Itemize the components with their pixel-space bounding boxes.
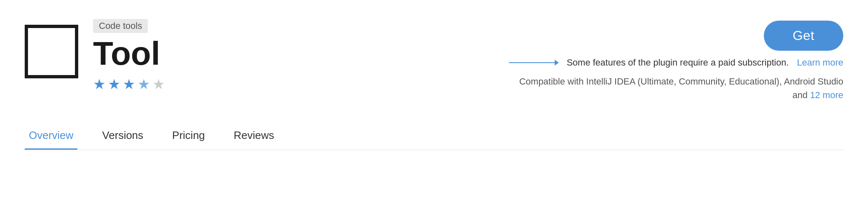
right-section: Get Some features of the plugin require … bbox=[509, 16, 843, 102]
stars-container: ★ ★ ★ ★ ★ bbox=[93, 76, 165, 92]
get-button[interactable]: Get bbox=[764, 21, 843, 51]
compatibility-text: Compatible with IntelliJ IDEA (Ultimate,… bbox=[519, 75, 843, 102]
tab-versions[interactable]: Versions bbox=[98, 122, 147, 150]
arrow-icon bbox=[509, 62, 558, 63]
star-4: ★ bbox=[138, 76, 150, 92]
tab-reviews[interactable]: Reviews bbox=[230, 122, 278, 150]
tab-pricing[interactable]: Pricing bbox=[168, 122, 209, 150]
star-2: ★ bbox=[108, 76, 120, 92]
star-3: ★ bbox=[123, 76, 135, 92]
star-5: ★ bbox=[152, 76, 165, 92]
plugin-icon bbox=[25, 25, 78, 78]
arrow-container bbox=[509, 62, 558, 63]
more-prefix: and bbox=[792, 90, 810, 100]
tab-overview[interactable]: Overview bbox=[25, 122, 77, 150]
subscription-text: Some features of the plugin require a pa… bbox=[567, 57, 789, 68]
plugin-info: Code tools Tool ★ ★ ★ ★ ★ bbox=[93, 16, 165, 92]
nav-tabs: Overview Versions Pricing Reviews bbox=[25, 114, 843, 150]
learn-more-link[interactable]: Learn more bbox=[797, 57, 843, 68]
left-section: Code tools Tool ★ ★ ★ ★ ★ bbox=[25, 16, 165, 92]
plugin-title: Tool bbox=[93, 37, 165, 70]
category-badge: Code tools bbox=[93, 19, 148, 33]
compatibility-description: Compatible with IntelliJ IDEA (Ultimate,… bbox=[519, 76, 843, 87]
star-1: ★ bbox=[93, 76, 105, 92]
more-link[interactable]: 12 more bbox=[810, 90, 843, 100]
header-section: Code tools Tool ★ ★ ★ ★ ★ Get Some featu… bbox=[25, 16, 843, 114]
page-container: Code tools Tool ★ ★ ★ ★ ★ Get Some featu… bbox=[0, 0, 868, 150]
subscription-notice: Some features of the plugin require a pa… bbox=[509, 57, 843, 68]
